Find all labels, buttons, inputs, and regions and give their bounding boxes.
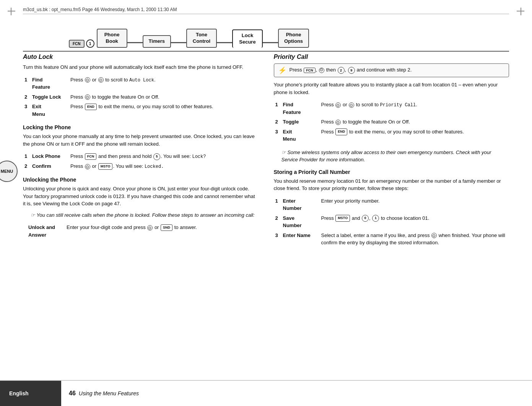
end-btn: END bbox=[85, 104, 97, 110]
footer-page-number: 46 bbox=[61, 390, 76, 397]
table-row: 2 Toggle Lock Press to toggle the featur… bbox=[23, 92, 259, 102]
tab-lock-secure-box[interactable]: Lock Secure bbox=[232, 29, 263, 48]
tab-tone-control[interactable]: Tone Control bbox=[186, 29, 217, 48]
connector-1 bbox=[127, 42, 143, 43]
step-desc-3: Press END to exit the menu, or you may s… bbox=[69, 102, 259, 119]
step-num-2: 2 bbox=[23, 92, 31, 102]
table-row: 2 SaveNumber Press MSTO and 0, 1 to choo… bbox=[274, 213, 509, 231]
step-label-s1: EnterNumber bbox=[281, 196, 320, 213]
step-desc-p1: Press or to scroll to Priority Call. bbox=[320, 100, 509, 117]
table-row: 3 ExitMenu Press END to exit the menu, o… bbox=[274, 127, 509, 144]
right-column: Priority Call ⚡ Press FCN, then 2, 9 and… bbox=[274, 54, 509, 375]
priority-note-text: Press FCN, then 2, 9 and continue with s… bbox=[290, 67, 412, 74]
unlocking-note: ☞ You can still receive calls when the p… bbox=[23, 211, 259, 219]
step-desc-2: Press to toggle the feature On or Off. bbox=[69, 92, 259, 102]
zero-btn: 0 bbox=[362, 215, 369, 222]
one-btn: 1 bbox=[372, 215, 379, 222]
snd-btn: SND bbox=[161, 224, 172, 231]
priority-note-box: ⚡ Press FCN, then 2, 9 and continue with… bbox=[274, 63, 509, 77]
table-row: 3 Enter Name Select a label, enter a nam… bbox=[274, 231, 509, 248]
locking-steps: 1 Lock Phone Press FCN and then press an… bbox=[23, 151, 259, 171]
tab-phone-options[interactable]: Phone Options bbox=[278, 29, 309, 48]
footer-description: Using the Menu Features bbox=[79, 390, 139, 396]
step-num-3: 3 bbox=[23, 102, 31, 119]
table-row: Unlock andAnswer Enter your four-digit c… bbox=[23, 222, 259, 240]
msto-s2: MSTO bbox=[335, 215, 350, 222]
connector-4 bbox=[263, 42, 278, 43]
mono-text: Auto Lock bbox=[129, 78, 154, 83]
step-label-p1: FindFeature bbox=[281, 100, 320, 117]
content-area: MENU Auto Lock Turn this feature ON and … bbox=[23, 54, 509, 375]
tab-timers[interactable]: Timers bbox=[143, 35, 171, 48]
tab-timers-box[interactable]: Timers bbox=[143, 35, 171, 48]
step-num-p3: 3 bbox=[274, 127, 281, 144]
unlocking-intro: Unlocking your phone is quick and easy. … bbox=[23, 185, 259, 208]
table-row: 1 EnterNumber Enter your priority number… bbox=[274, 196, 509, 213]
step-label-s3: Enter Name bbox=[281, 231, 320, 248]
step-label-p2: Toggle bbox=[281, 117, 320, 127]
thumb-unlock bbox=[147, 225, 153, 231]
step-label-3: ExitMenu bbox=[31, 102, 69, 119]
thumb-pc bbox=[319, 68, 324, 73]
step-desc-u1: Enter your four-digit code and press or … bbox=[65, 222, 259, 240]
priority-steps: 1 FindFeature Press or to scroll to Prio… bbox=[274, 100, 509, 144]
step-desc-p2: Press to toggle the feature On or Off. bbox=[320, 117, 509, 127]
tab-phone-book-box[interactable]: Phone Book bbox=[97, 29, 127, 48]
nav-divider bbox=[23, 51, 509, 52]
step-label: FindFeature bbox=[31, 75, 69, 92]
tab-phone-options-box[interactable]: Phone Options bbox=[278, 29, 309, 48]
table-row: 3 ExitMenu Press END to exit the menu, o… bbox=[23, 102, 259, 119]
step-num-s3: 3 bbox=[274, 231, 281, 248]
step-num-p2: 2 bbox=[274, 117, 281, 127]
thumb-p1a bbox=[335, 102, 341, 108]
thumb-p2 bbox=[335, 120, 341, 125]
auto-lock-title: Auto Lock bbox=[23, 54, 259, 60]
unlocking-title: Unlocking the Phone bbox=[23, 177, 259, 183]
tab-phone-book[interactable]: Phone Book bbox=[97, 29, 127, 48]
storing-steps: 1 EnterNumber Enter your priority number… bbox=[274, 196, 509, 248]
menu-badge: MENU bbox=[0, 161, 18, 182]
step-desc-s3: Select a label, enter a name if you like… bbox=[320, 231, 509, 248]
table-row: 2 Confirm Press or MSTO. You will see: L… bbox=[23, 161, 259, 171]
unlocking-section: Unlocking the Phone Unlocking your phone… bbox=[23, 177, 259, 240]
msto-btn: MSTO bbox=[98, 163, 113, 170]
locking-title: Locking the Phone bbox=[23, 124, 259, 130]
two-btn: 2 bbox=[338, 67, 345, 74]
step-desc-p3: Press END to exit the menu, or you may s… bbox=[320, 127, 509, 144]
priority-call-title: Priority Call bbox=[274, 54, 509, 60]
end-p3: END bbox=[335, 128, 347, 135]
table-row: 1 FindFeature Press or to scroll to Prio… bbox=[274, 100, 509, 117]
step-desc-l2: Press or MSTO. You will see: Locked. bbox=[69, 161, 259, 171]
tab-lock-secure[interactable]: Lock Secure bbox=[232, 29, 263, 48]
fcn-button: FCN bbox=[69, 40, 85, 48]
auto-lock-intro: Turn this feature ON and your phone will… bbox=[23, 63, 259, 71]
footer-language: English bbox=[0, 381, 61, 406]
corner-mark-tr bbox=[515, 8, 524, 17]
step-label-s2: SaveNumber bbox=[281, 213, 320, 231]
mono-lock: Lock? bbox=[192, 154, 206, 159]
storing-title: Storing a Priority Call Number bbox=[274, 169, 509, 175]
nine-btn: 9 bbox=[348, 67, 355, 74]
five-btn: 5 bbox=[153, 153, 160, 160]
fcn-inline: FCN bbox=[85, 153, 97, 160]
storing-intro: You should reserve memory location 01 fo… bbox=[274, 177, 509, 192]
thumb-s3 bbox=[431, 233, 437, 238]
tab-tone-control-box[interactable]: Tone Control bbox=[186, 29, 217, 48]
table-row: 1 Lock Phone Press FCN and then press an… bbox=[23, 151, 259, 161]
corner-mark-tl bbox=[8, 8, 17, 17]
step-num-l2: 2 bbox=[23, 161, 31, 171]
thumb-confirm bbox=[85, 164, 90, 169]
footer: English 46 Using the Menu Features bbox=[0, 380, 532, 406]
table-row: 1 FindFeature Press or to scroll to Auto… bbox=[23, 75, 259, 92]
step-num-u1 bbox=[23, 222, 27, 240]
page-header: m3cd_us.bk : opt_menu.fm5 Page 46 Wednes… bbox=[23, 7, 509, 14]
step-desc-s2: Press MSTO and 0, 1 to choose location 0… bbox=[320, 213, 509, 231]
step-desc-s1: Enter your priority number. bbox=[320, 196, 509, 213]
priority-call-section: Priority Call ⚡ Press FCN, then 2, 9 and… bbox=[274, 54, 509, 164]
nav-1-button: 1 bbox=[86, 39, 94, 48]
priority-warning: ☞ Some wireless systems only allow acces… bbox=[274, 149, 509, 164]
fcn-pc: FCN bbox=[304, 68, 316, 73]
nav-tabs: FCN 1 Phone Book Timers Tone Control Loc… bbox=[69, 27, 509, 48]
step-desc: Press or to scroll to Auto Lock. bbox=[69, 75, 259, 92]
lightning-icon: ⚡ bbox=[278, 66, 286, 75]
